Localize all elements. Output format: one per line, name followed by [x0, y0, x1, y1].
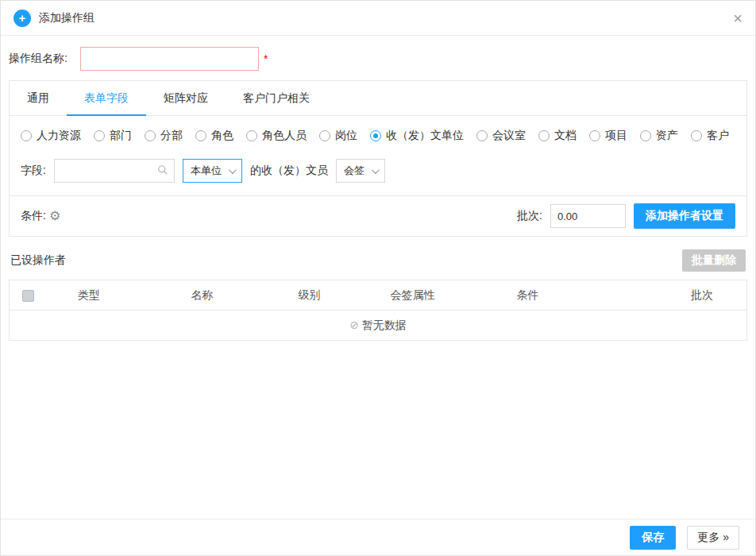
radio-label: 部门 — [110, 129, 132, 143]
radio-option-document[interactable]: 文档 — [538, 129, 577, 143]
radio-circle-icon — [691, 130, 702, 141]
radio-circle-icon — [589, 130, 600, 141]
empty-state: ⊘暂无数据 — [10, 311, 747, 341]
add-operator-settings-button[interactable]: 添加操作者设置 — [634, 203, 735, 229]
radio-label: 岗位 — [335, 129, 357, 143]
field-row: 字段: 本单位 的收（发）文员 会签 — [10, 148, 746, 195]
radio-option-branch[interactable]: 分部 — [145, 129, 183, 143]
radio-option-post[interactable]: 岗位 — [319, 129, 357, 143]
radio-circle-icon — [21, 130, 32, 141]
column-header-name: 名称 — [131, 280, 274, 311]
required-mark: * — [264, 52, 268, 65]
radio-circle-icon — [94, 130, 105, 141]
radio-circle-icon — [640, 130, 651, 141]
batch-label: 批次: — [517, 209, 542, 223]
close-icon[interactable]: × — [733, 10, 742, 26]
batch-input[interactable] — [550, 204, 626, 228]
unit-select[interactable]: 本单位 — [183, 159, 242, 183]
dialog-footer: 保存 更多 » — [1, 519, 755, 555]
radio-label: 会议室 — [492, 129, 526, 143]
group-name-row: 操作组名称: * — [9, 47, 747, 71]
radio-label: 角色人员 — [262, 129, 307, 143]
select-all-checkbox[interactable] — [22, 290, 34, 302]
radio-option-hr[interactable]: 人力资源 — [21, 129, 81, 143]
dialog-body: 操作组名称: * 通用 表单字段 矩阵对应 客户门户相关 人力资源 部门 — [1, 36, 755, 519]
radio-option-meeting-room[interactable]: 会议室 — [476, 129, 526, 143]
radio-circle-icon — [145, 130, 156, 141]
radio-option-role[interactable]: 角色 — [195, 129, 233, 143]
unit-select-value: 本单位 — [191, 164, 222, 178]
radio-circle-icon — [319, 130, 330, 141]
radio-label: 角色 — [211, 129, 233, 143]
dialog-title: 添加操作组 — [39, 11, 94, 25]
radio-circle-icon — [538, 130, 550, 141]
column-header-level: 级别 — [274, 280, 345, 311]
group-name-input[interactable] — [80, 47, 259, 71]
column-header-sign-attr: 会签属性 — [345, 280, 480, 311]
operators-section-header: 已设操作者 批量删除 — [10, 249, 746, 272]
condition-row: 条件: ⚙ 批次: 添加操作者设置 — [10, 196, 746, 236]
sign-select[interactable]: 会签 — [336, 159, 385, 183]
condition-right-group: 批次: 添加操作者设置 — [517, 203, 735, 229]
radio-label: 收（发）文单位 — [386, 129, 464, 143]
radio-label: 客户 — [707, 129, 729, 143]
tab-bar: 通用 表单字段 矩阵对应 客户门户相关 — [10, 81, 746, 116]
radio-circle-icon — [195, 130, 206, 141]
no-data-icon: ⊘ — [349, 319, 359, 331]
radio-circle-checked-icon — [370, 130, 381, 141]
radio-label: 项目 — [605, 129, 627, 143]
radio-option-doc-send-receive-unit[interactable]: 收（发）文单位 — [370, 129, 464, 143]
radio-option-department[interactable]: 部门 — [94, 129, 132, 143]
empty-row: ⊘暂无数据 — [10, 311, 747, 341]
more-button[interactable]: 更多 » — [687, 526, 739, 550]
tab-customer-portal[interactable]: 客户门户相关 — [226, 81, 327, 115]
radio-option-project[interactable]: 项目 — [589, 129, 627, 143]
operators-section-title: 已设操作者 — [10, 253, 66, 268]
column-header-batch: 批次 — [576, 280, 747, 311]
batch-delete-button[interactable]: 批量删除 — [682, 249, 746, 272]
radio-circle-icon — [246, 130, 257, 141]
gear-icon[interactable]: ⚙ — [49, 210, 60, 222]
type-radio-group: 人力资源 部门 分部 角色 角色人员 — [10, 116, 746, 148]
radio-circle-icon — [476, 130, 488, 141]
sign-select-value: 会签 — [344, 164, 364, 178]
no-data-text: 暂无数据 — [362, 319, 407, 331]
tab-panel: 通用 表单字段 矩阵对应 客户门户相关 人力资源 部门 分部 — [9, 80, 747, 237]
operators-table: 类型 名称 级别 会签属性 条件 批次 ⊘暂无数据 — [9, 280, 747, 341]
chevron-down-icon — [229, 166, 237, 174]
add-operation-group-dialog: + 添加操作组 × 操作组名称: * 通用 表单字段 矩阵对应 客户门户相关 人… — [0, 0, 756, 556]
radio-option-role-member[interactable]: 角色人员 — [246, 129, 307, 143]
tab-matrix-mapping[interactable]: 矩阵对应 — [146, 81, 226, 115]
field-label: 字段: — [21, 164, 46, 178]
radio-label: 人力资源 — [37, 129, 81, 143]
table-header-row: 类型 名称 级别 会签属性 条件 批次 — [10, 280, 747, 311]
field-search-wrap — [54, 159, 175, 183]
radio-label: 资产 — [656, 129, 678, 143]
column-header-type: 类型 — [48, 280, 131, 311]
column-header-condition: 条件 — [480, 280, 576, 311]
condition-label: 条件: — [21, 209, 46, 223]
plus-circle-icon: + — [14, 10, 31, 27]
tab-form-fields[interactable]: 表单字段 — [67, 81, 146, 115]
radio-label: 分部 — [160, 129, 183, 143]
radio-option-customer[interactable]: 客户 — [691, 129, 729, 143]
radio-label: 文档 — [554, 129, 577, 143]
chevron-down-icon — [372, 166, 380, 174]
search-icon — [157, 164, 168, 176]
radio-option-asset[interactable]: 资产 — [640, 129, 678, 143]
tab-general[interactable]: 通用 — [10, 81, 67, 115]
dialog-header: + 添加操作组 × — [1, 1, 755, 36]
group-name-label: 操作组名称: — [9, 52, 68, 66]
select-all-cell — [10, 280, 48, 311]
save-button[interactable]: 保存 — [630, 526, 676, 550]
field-middle-text: 的收（发）文员 — [250, 164, 328, 178]
